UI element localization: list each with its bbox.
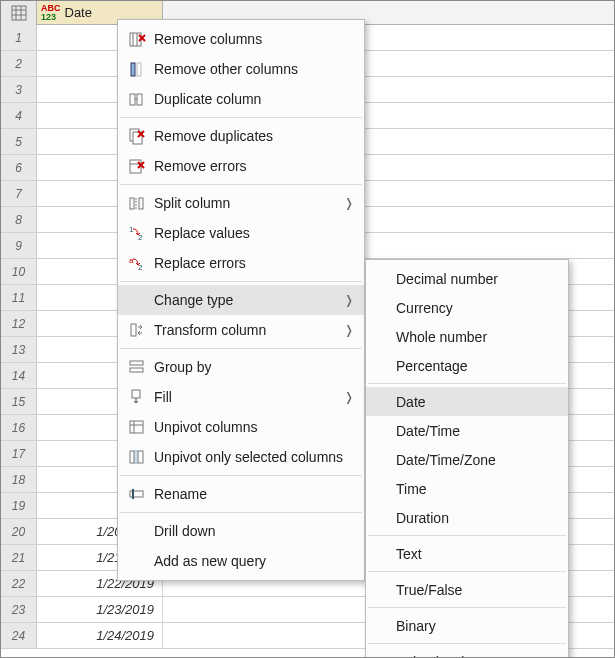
submenu-time[interactable]: Time [366,474,568,503]
submenu-whole-number[interactable]: Whole number [366,322,568,351]
menu-change-type[interactable]: Change type ❭ [118,285,364,315]
submenu-label: Whole number [396,329,558,345]
submenu-label: Time [396,481,558,497]
submenu-binary[interactable]: Binary [366,611,568,640]
cell-date[interactable]: 1/24/2019 [37,623,163,648]
change-type-submenu: Decimal number Currency Whole number Per… [365,259,569,658]
menu-drill-down[interactable]: Drill down [118,516,364,546]
row-number[interactable]: 3 [1,77,37,102]
menu-label: Transform column [154,322,344,338]
menu-label: Rename [154,486,354,502]
row-number[interactable]: 11 [1,285,37,310]
submenu-label: Currency [396,300,558,316]
submenu-label: Duration [396,510,558,526]
menu-remove-columns[interactable]: Remove columns [118,24,364,54]
row-number[interactable]: 8 [1,207,37,232]
row-number[interactable]: 18 [1,467,37,492]
row-number[interactable]: 5 [1,129,37,154]
row-number[interactable]: 19 [1,493,37,518]
row-number[interactable]: 12 [1,311,37,336]
submenu-percentage[interactable]: Percentage [366,351,568,380]
svg-rect-13 [137,94,142,105]
svg-rect-30 [130,361,143,365]
menu-label: Split column [154,195,344,211]
menu-label: Add as new query [154,553,354,569]
blank-icon [126,289,148,311]
remove-other-columns-icon [126,58,148,80]
row-number[interactable]: 13 [1,337,37,362]
submenu-using-locale[interactable]: Using locale... [366,647,568,658]
row-number[interactable]: 10 [1,259,37,284]
menu-separator [120,117,362,118]
submenu-arrow-icon: ❭ [344,196,354,210]
row-number[interactable]: 14 [1,363,37,388]
menu-replace-errors[interactable]: a2 Replace errors [118,248,364,278]
menu-fill[interactable]: Fill ❭ [118,382,364,412]
submenu-duration[interactable]: Duration [366,503,568,532]
row-number[interactable]: 15 [1,389,37,414]
row-number[interactable]: 2 [1,51,37,76]
svg-rect-23 [139,198,143,209]
menu-remove-errors[interactable]: Remove errors [118,151,364,181]
menu-separator [120,184,362,185]
submenu-date-time-zone[interactable]: Date/Time/Zone [366,445,568,474]
cell-date[interactable]: 1/23/2019 [37,597,163,622]
column-context-menu: Remove columns Remove other columns Dupl… [117,19,365,581]
submenu-label: Decimal number [396,271,558,287]
row-number[interactable]: 1 [1,25,37,50]
menu-remove-other-columns[interactable]: Remove other columns [118,54,364,84]
svg-rect-29 [131,324,136,336]
menu-remove-duplicates[interactable]: Remove duplicates [118,121,364,151]
row-number[interactable]: 21 [1,545,37,570]
menu-label: Fill [154,389,344,405]
menu-split-column[interactable]: Split column ❭ [118,188,364,218]
svg-rect-11 [137,63,141,76]
svg-rect-33 [130,421,143,433]
any-type-icon: ABC123 [41,4,61,22]
svg-rect-32 [132,390,140,398]
row-number[interactable]: 4 [1,103,37,128]
submenu-text[interactable]: Text [366,539,568,568]
menu-unpivot-only-selected[interactable]: Unpivot only selected columns [118,442,364,472]
submenu-label: Date [396,394,558,410]
submenu-label: Binary [396,618,558,634]
submenu-label: Date/Time/Zone [396,452,558,468]
blank-icon [126,520,148,542]
submenu-label: Date/Time [396,423,558,439]
submenu-label: Using locale... [396,654,558,659]
menu-duplicate-column[interactable]: Duplicate column [118,84,364,114]
svg-rect-31 [130,368,143,372]
row-number[interactable]: 7 [1,181,37,206]
submenu-decimal-number[interactable]: Decimal number [366,264,568,293]
submenu-true-false[interactable]: True/False [366,575,568,604]
row-number[interactable]: 17 [1,441,37,466]
unpivot-selected-icon [126,446,148,468]
row-number[interactable]: 22 [1,571,37,596]
remove-duplicates-icon [126,125,148,147]
submenu-arrow-icon: ❭ [344,323,354,337]
svg-rect-37 [134,451,138,463]
svg-rect-0 [12,6,26,20]
menu-rename[interactable]: Rename [118,479,364,509]
menu-unpivot-columns[interactable]: Unpivot columns [118,412,364,442]
unpivot-columns-icon [126,416,148,438]
menu-group-by[interactable]: Group by [118,352,364,382]
menu-transform-column[interactable]: Transform column ❭ [118,315,364,345]
row-number[interactable]: 23 [1,597,37,622]
table-corner[interactable] [1,1,37,25]
menu-label: Duplicate column [154,91,354,107]
row-number[interactable]: 24 [1,623,37,648]
row-number[interactable]: 9 [1,233,37,258]
submenu-currency[interactable]: Currency [366,293,568,322]
replace-errors-icon: a2 [126,252,148,274]
submenu-label: Text [396,546,558,562]
row-number[interactable]: 16 [1,415,37,440]
submenu-date[interactable]: Date [366,387,568,416]
row-number[interactable]: 6 [1,155,37,180]
menu-replace-values[interactable]: 12 Replace values [118,218,364,248]
submenu-arrow-icon: ❭ [344,293,354,307]
row-number[interactable]: 20 [1,519,37,544]
menu-add-as-new-query[interactable]: Add as new query [118,546,364,576]
group-by-icon [126,356,148,378]
submenu-date-time[interactable]: Date/Time [366,416,568,445]
